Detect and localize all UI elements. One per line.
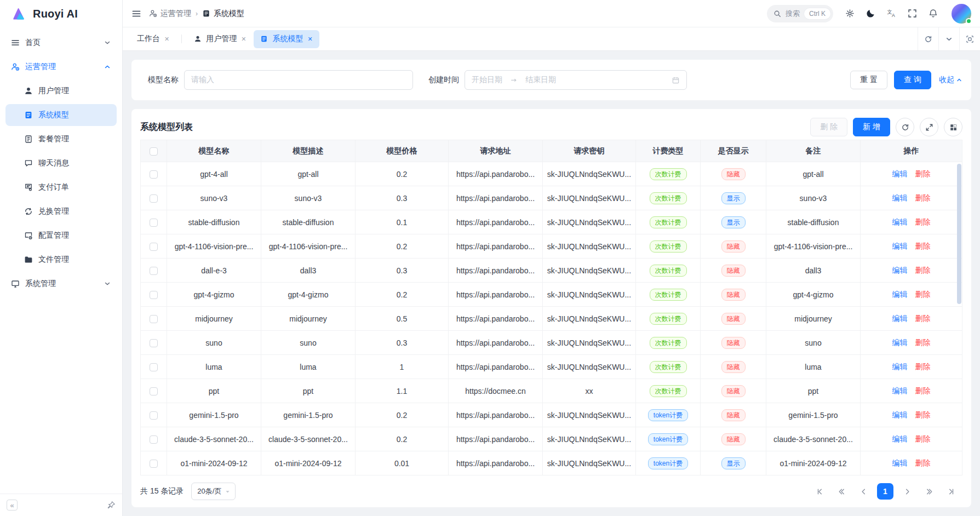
tab-close-icon[interactable]: ✕	[307, 36, 312, 43]
user-icon	[24, 87, 33, 95]
page-next-icon[interactable]	[899, 483, 915, 500]
page-first-icon[interactable]	[811, 483, 828, 500]
delete-link[interactable]: 删除	[915, 242, 931, 250]
collapse-filter-link[interactable]: 收起	[939, 75, 962, 85]
page-prev-double-icon[interactable]	[833, 483, 850, 500]
model-name-cell: claude-3-5-sonnet-20...	[167, 427, 261, 451]
page-next-double-icon[interactable]	[921, 483, 937, 500]
breadcrumb-item-system-model[interactable]: 系统模型	[202, 9, 244, 19]
hamburger-menu-icon[interactable]	[131, 9, 141, 19]
tab-system-model[interactable]: 系统模型✕	[254, 30, 319, 48]
edit-link[interactable]: 编辑	[892, 338, 908, 347]
tab-label: 用户管理	[206, 34, 237, 44]
row-checkbox[interactable]	[150, 460, 158, 468]
brand-logo[interactable]: Ruoyi AI	[0, 0, 122, 27]
refresh-icon[interactable]	[918, 27, 938, 50]
expand-icon-button[interactable]	[920, 118, 938, 136]
breadcrumb-item-operations[interactable]: 运营管理	[149, 9, 191, 19]
sidebar-item-chat-messages[interactable]: 聊天消息	[5, 152, 117, 174]
delete-link[interactable]: 删除	[915, 290, 931, 299]
delete-link[interactable]: 删除	[915, 410, 931, 419]
page-prev-icon[interactable]	[855, 483, 872, 500]
delete-link[interactable]: 删除	[915, 193, 931, 202]
sidebar-item-redeem-mgmt[interactable]: 兑换管理	[5, 200, 117, 222]
row-checkbox[interactable]	[150, 267, 158, 275]
row-checkbox[interactable]	[150, 194, 158, 203]
global-search[interactable]: 搜索 Ctrl K	[767, 5, 833, 22]
moon-icon[interactable]	[862, 5, 879, 22]
sidebar-footer: «	[0, 494, 122, 516]
date-range-input[interactable]: 开始日期 结束日期	[465, 70, 687, 90]
edit-link[interactable]: 编辑	[892, 362, 908, 371]
user-avatar[interactable]	[952, 4, 971, 24]
sidebar-item-home[interactable]: 首页	[5, 32, 117, 54]
delete-link[interactable]: 删除	[915, 217, 931, 226]
sidebar-item-package-mgmt[interactable]: 套餐管理	[5, 128, 117, 150]
row-checkbox[interactable]	[150, 219, 158, 227]
delete-link[interactable]: 删除	[915, 314, 931, 323]
search-button[interactable]: 查 询	[894, 71, 931, 89]
fullscreen-icon[interactable]	[903, 5, 921, 22]
row-checkbox[interactable]	[150, 363, 158, 371]
delete-link[interactable]: 删除	[915, 338, 931, 347]
sidebar-item-user-mgmt[interactable]: 用户管理	[5, 80, 117, 102]
bell-icon[interactable]	[924, 5, 942, 22]
tab-close-icon[interactable]: ✕	[241, 36, 246, 43]
add-button[interactable]: 新 增	[853, 118, 890, 136]
caret-down-icon	[225, 489, 231, 495]
sidebar-item-config-mgmt[interactable]: 配置管理	[5, 225, 117, 246]
edit-link[interactable]: 编辑	[892, 193, 908, 202]
gear-icon[interactable]	[841, 5, 858, 22]
sidebar-item-system-mgmt[interactable]: 系统管理	[5, 273, 117, 295]
edit-link[interactable]: 编辑	[892, 434, 908, 443]
delete-link[interactable]: 删除	[915, 266, 931, 274]
row-checkbox[interactable]	[150, 411, 158, 420]
delete-link[interactable]: 删除	[915, 362, 931, 371]
focus-icon[interactable]	[959, 27, 980, 50]
edit-link[interactable]: 编辑	[892, 217, 908, 226]
edit-link[interactable]: 编辑	[892, 266, 908, 274]
model-name-input[interactable]: 请输入	[184, 70, 413, 90]
row-checkbox[interactable]	[150, 243, 158, 251]
total-records: 共 15 条记录	[140, 486, 184, 496]
edit-link[interactable]: 编辑	[892, 242, 908, 250]
sidebar-item-operations[interactable]: 运营管理	[5, 56, 117, 78]
edit-link[interactable]: 编辑	[892, 290, 908, 299]
sidebar-collapse-button[interactable]: «	[7, 500, 18, 511]
delete-link[interactable]: 删除	[915, 169, 931, 178]
row-checkbox[interactable]	[150, 170, 158, 179]
row-checkbox[interactable]	[150, 315, 158, 323]
table-scrollbar[interactable]	[957, 164, 961, 304]
delete-link[interactable]: 删除	[915, 458, 931, 467]
page-size-select[interactable]: 20条/页	[191, 483, 236, 500]
delete-link[interactable]: 删除	[915, 434, 931, 443]
edit-link[interactable]: 编辑	[892, 458, 908, 467]
sidebar-item-file-mgmt[interactable]: 文件管理	[5, 249, 117, 271]
sidebar-item-system-model[interactable]: 系统模型	[5, 104, 117, 126]
select-all-checkbox[interactable]	[150, 147, 158, 156]
page-last-icon[interactable]	[943, 483, 959, 500]
pin-icon[interactable]	[107, 501, 116, 509]
tab-close-icon[interactable]: ✕	[164, 36, 169, 43]
tab-workbench[interactable]: 工作台✕	[130, 30, 176, 48]
edit-link[interactable]: 编辑	[892, 169, 908, 178]
delete-button[interactable]: 删 除	[810, 118, 847, 136]
page-number-1[interactable]: 1	[877, 483, 893, 500]
edit-link[interactable]: 编辑	[892, 410, 908, 419]
table-header-row: 模型名称模型描述模型价格请求地址请求密钥计费类型是否显示备注操作	[141, 140, 962, 162]
tab-user-mgmt[interactable]: 用户管理✕	[187, 30, 253, 48]
billing-type-cell: token计费	[636, 403, 701, 427]
edit-link[interactable]: 编辑	[892, 314, 908, 323]
chevron-down-icon[interactable]	[938, 27, 959, 50]
row-checkbox[interactable]	[150, 339, 158, 347]
row-checkbox[interactable]	[150, 435, 158, 444]
sidebar-item-payment-orders[interactable]: 支付订单	[5, 176, 117, 198]
row-checkbox[interactable]	[150, 387, 158, 395]
refresh-icon-button[interactable]	[896, 118, 914, 136]
reset-button[interactable]: 重 置	[850, 71, 887, 89]
translate-icon[interactable]: 文A	[882, 5, 900, 22]
row-checkbox[interactable]	[150, 291, 158, 299]
delete-link[interactable]: 删除	[915, 386, 931, 395]
grid-icon-button[interactable]	[944, 118, 962, 136]
edit-link[interactable]: 编辑	[892, 386, 908, 395]
